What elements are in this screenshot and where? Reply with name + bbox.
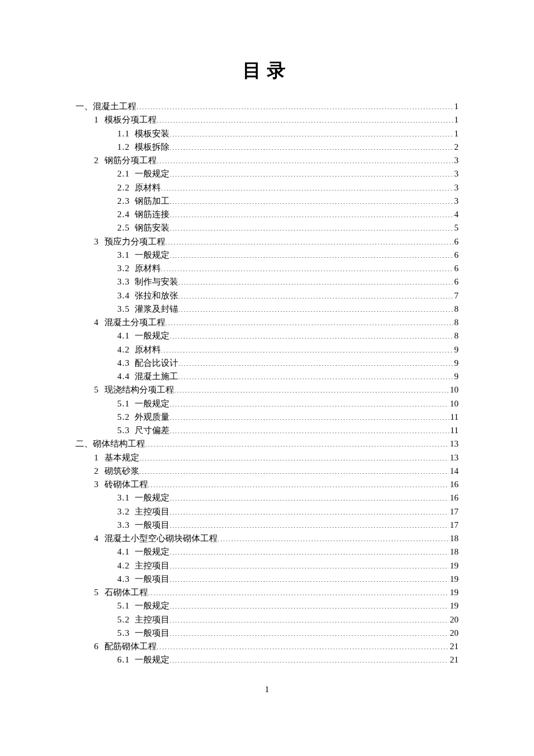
toc-entry: 4.1一般规定8 — [75, 329, 459, 343]
toc-entry-label: 原材料 — [135, 345, 161, 354]
toc-entry-label: 配合比设计 — [135, 358, 178, 368]
toc-entry-label: 钢筋连接 — [135, 210, 169, 219]
toc-entry: 6配筋砌体工程21 — [75, 640, 459, 653]
toc-entry-label: 张拉和放张 — [135, 291, 178, 300]
toc-entry-text: 5.3尺寸偏差 — [117, 424, 169, 437]
toc-entry-text: 1模板分项工程 — [94, 113, 157, 127]
toc-entry: 3预应力分项工程6 — [75, 235, 459, 249]
toc-entry: 4.2主控项目19 — [75, 559, 459, 573]
toc-entry: 3.5灌浆及封锚8 — [75, 303, 459, 316]
toc-entry-label: 配筋砌体工程 — [104, 642, 157, 651]
toc-entry-page: 21 — [449, 640, 459, 653]
toc-entry-text: 5.2外观质量 — [117, 411, 169, 424]
toc-dot-leader — [178, 357, 453, 366]
toc-entry-page: 18 — [449, 545, 459, 559]
toc-entry-number: 3.2 — [117, 262, 130, 275]
toc-entry-page: 20 — [449, 627, 459, 640]
toc-entry-number: 2.4 — [117, 208, 130, 221]
toc-entry: 2.5钢筋安装5 — [75, 221, 459, 235]
toc-dot-leader — [148, 478, 449, 487]
toc-entry: 5.1一般规定10 — [75, 397, 459, 411]
toc-entry-label: 一般规定 — [135, 331, 169, 340]
toc-entry-number: 4.3 — [117, 573, 130, 586]
toc-entry-text: 3.2原材料 — [117, 262, 161, 275]
toc-entry: 2.1一般规定3 — [75, 167, 459, 181]
toc-entry-page: 16 — [449, 491, 459, 505]
toc-entry-label: 一般规定 — [135, 399, 169, 408]
toc-entry: 二、砌体结构工程13 — [75, 437, 459, 451]
toc-dot-leader — [169, 519, 449, 528]
toc-entry-label: 预应力分项工程 — [104, 237, 165, 246]
toc-entry-page: 10 — [449, 383, 459, 397]
toc-entry-number: 1 — [94, 451, 99, 465]
toc-entry-label: 主控项目 — [135, 507, 169, 516]
toc-entry: 3.1一般规定16 — [75, 491, 459, 505]
toc-entry-label: 钢筋加工 — [135, 196, 169, 206]
toc-entry-number: 3.2 — [117, 505, 130, 519]
toc-entry-text: 3.5灌浆及封锚 — [117, 303, 178, 316]
toc-dot-leader — [161, 262, 453, 271]
toc-entry-page: 3 — [453, 154, 459, 167]
toc-entry-number: 3 — [94, 478, 99, 491]
toc-entry-text: 4.2主控项目 — [117, 559, 169, 573]
toc-entry-page: 4 — [453, 208, 459, 221]
toc-entry-page: 6 — [453, 262, 459, 275]
toc-entry: 1模板分项工程1 — [75, 113, 459, 127]
toc-entry-text: 4.2原材料 — [117, 343, 161, 357]
toc-entry-text: 5.3一般项目 — [117, 627, 169, 640]
toc-entry-number: 5.1 — [117, 397, 130, 411]
toc-entry-number: 3.3 — [117, 519, 130, 532]
toc-entry-text: 3砖砌体工程 — [94, 478, 148, 491]
toc-entry-label: 模板拆除 — [135, 142, 169, 152]
toc-entry-number: 3.1 — [117, 249, 130, 262]
toc-entry-page: 8 — [453, 329, 459, 343]
toc-dot-leader — [169, 249, 453, 258]
toc-dot-leader — [178, 290, 453, 298]
toc-entry-page: 9 — [453, 357, 459, 370]
toc-entry-number: 4.1 — [117, 329, 130, 343]
toc-dot-leader — [169, 492, 449, 501]
toc-entry-text: 6.1一般规定 — [117, 653, 169, 667]
toc-entry: 5.1一般规定19 — [75, 599, 459, 613]
toc-entry-text: 4.1一般规定 — [117, 545, 169, 559]
toc-entry-text: 3预应力分项工程 — [94, 235, 165, 249]
toc-entry-text: 5石砌体工程 — [94, 586, 148, 599]
toc-entry-page: 19 — [449, 573, 459, 586]
toc-entry: 5.3一般项目20 — [75, 627, 459, 640]
toc-entry-number: 6 — [94, 640, 99, 653]
toc-entry-text: 1基本规定 — [94, 451, 139, 465]
toc-entry-number: 2.2 — [117, 181, 130, 195]
toc-dot-leader — [145, 438, 449, 447]
toc-entry-label: 一般规定 — [135, 169, 169, 178]
toc-entry-number: 2 — [94, 465, 99, 478]
toc-entry: 一、混凝土工程1 — [75, 100, 459, 113]
toc-dot-leader — [169, 195, 453, 204]
toc-entry-label: 主控项目 — [135, 561, 169, 570]
toc-entry-label: 一般规定 — [135, 601, 169, 610]
toc-entry-label: 外观质量 — [135, 412, 169, 422]
toc-entry-page: 3 — [453, 167, 459, 181]
toc-entry-page: 13 — [449, 451, 459, 465]
toc-entry-label: 基本规定 — [104, 453, 139, 462]
toc-entry-number: 5.3 — [117, 424, 130, 437]
toc-dot-leader — [169, 546, 449, 555]
toc-dot-leader — [139, 452, 449, 460]
toc-entry-label: 钢筋分项工程 — [104, 156, 157, 165]
toc-entry-page: 3 — [453, 181, 459, 195]
page-container: 目录 一、混凝土工程11模板分项工程11.1模板安装11.2模板拆除22钢筋分项… — [0, 0, 534, 729]
toc-entry-number: 5 — [94, 383, 99, 397]
toc-entry-number: 4.2 — [117, 559, 130, 573]
toc-entry: 5.2外观质量11 — [75, 411, 459, 424]
toc-entry-number: 3.3 — [117, 275, 130, 289]
toc-entry-label: 一般规定 — [135, 547, 169, 556]
toc-entry-page: 16 — [449, 478, 459, 491]
toc-entry-text: 5.1一般规定 — [117, 397, 169, 411]
toc-entry-number: 4 — [94, 316, 99, 329]
toc-entry-page: 19 — [449, 599, 459, 613]
toc-entry-page: 10 — [449, 397, 459, 411]
toc-entry-text: 3.1一般规定 — [117, 491, 169, 505]
toc-entry: 5.3尺寸偏差11 — [75, 424, 459, 437]
toc-entry: 1.2模板拆除2 — [75, 141, 459, 154]
toc-entry-text: 2.3钢筋加工 — [117, 195, 169, 208]
toc-dot-leader — [169, 141, 453, 150]
